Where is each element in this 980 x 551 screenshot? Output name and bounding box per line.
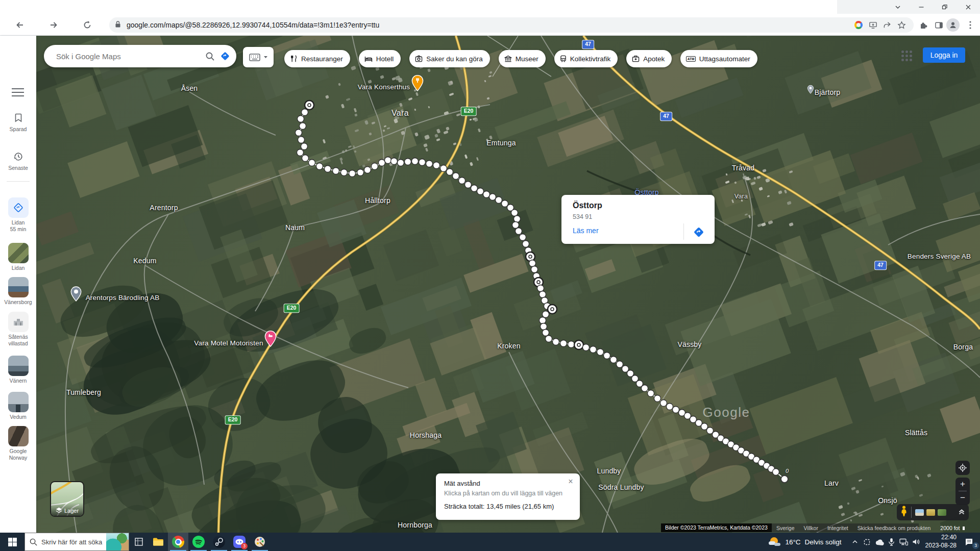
refresh-button[interactable] <box>80 17 95 33</box>
imagery-thumb-green[interactable] <box>938 509 946 516</box>
imagery-credit: Bilder ©2023 TerraMetrics, Kartdata ©202… <box>661 523 772 532</box>
sidebar-item-v-nersborg[interactable]: Vänersborg <box>0 277 36 306</box>
place-card: Östtorp 534 91 Läs mer <box>561 195 715 244</box>
notifications-button[interactable]: 3 <box>960 533 978 551</box>
google-logo-icon[interactable] <box>851 18 866 32</box>
minimize-button[interactable] <box>910 0 933 14</box>
chip-hotell[interactable]: Hotell <box>359 50 401 67</box>
file-explorer-icon[interactable] <box>149 533 168 551</box>
place-photo <box>8 426 29 446</box>
directions-icon[interactable] <box>218 49 232 63</box>
pegman-icon[interactable] <box>900 506 908 519</box>
zoom-out-button[interactable]: − <box>955 491 970 505</box>
maps-search-card <box>44 45 236 67</box>
attribution-link-integritet[interactable]: Integritet <box>827 525 848 531</box>
window-controls <box>837 0 980 14</box>
steam-icon[interactable] <box>209 533 229 551</box>
task-view-button[interactable] <box>129 533 149 551</box>
map-canvas[interactable]: ÅsenVara KonserthusVaraEmtungaBjärtorpTr… <box>36 36 980 533</box>
taskbar-search[interactable]: Skriv här för att söka <box>24 533 129 551</box>
layers-control[interactable]: Lager <box>50 481 84 517</box>
spotify-icon[interactable] <box>188 533 209 551</box>
back-button[interactable] <box>12 17 28 33</box>
bookmark-star-icon[interactable] <box>894 18 909 32</box>
tray-snip-icon[interactable] <box>861 533 873 551</box>
close-icon[interactable]: × <box>566 477 576 487</box>
chip-label: Kollektivtrafik <box>570 55 611 63</box>
imagery-thumb-sky[interactable] <box>915 509 924 516</box>
search-input[interactable] <box>55 52 203 61</box>
restore-button[interactable] <box>933 0 957 14</box>
weather-icon <box>769 536 781 548</box>
sidebar-item-vedum[interactable]: Vedum <box>0 392 36 420</box>
url-bar[interactable]: google.com/maps/@58.2286926,12.9930744,1… <box>109 17 914 33</box>
sidebar-item-sparad[interactable]: Sparad <box>0 111 36 133</box>
tray-microphone-icon[interactable] <box>886 533 898 551</box>
keyboard-button[interactable] <box>243 47 274 67</box>
sidebar-item-lidan[interactable]: Lidan <box>0 243 36 271</box>
install-app-icon[interactable] <box>866 18 880 32</box>
collapse-chevrons-icon[interactable] <box>958 508 965 517</box>
discord-icon[interactable]: 3 <box>229 533 250 551</box>
login-button[interactable]: Logga in <box>923 47 965 63</box>
attribution-link-skicka-feedback-om-produkten[interactable]: Skicka feedback om produkten <box>857 525 931 531</box>
sidebar-item-v-nern[interactable]: Vänern <box>0 356 36 384</box>
bookmark-icon <box>0 111 36 124</box>
tray-network-icon[interactable] <box>898 533 910 551</box>
extensions-icon[interactable] <box>916 17 931 33</box>
my-location-button[interactable] <box>955 461 970 475</box>
forward-button[interactable] <box>46 17 61 33</box>
measure-title: Mät avstånd <box>444 480 572 487</box>
place-photo <box>8 356 29 376</box>
taskbar-weather[interactable]: 16°C Delvis soligt <box>769 536 841 548</box>
card-directions-icon[interactable] <box>692 226 705 241</box>
weather-temp: 16°C <box>785 538 800 546</box>
chip-uttagsautomater[interactable]: ATMUttagsautomater <box>680 50 757 67</box>
chip-restauranger[interactable]: Restauranger <box>284 50 350 67</box>
chip-label: Museer <box>516 55 538 63</box>
history-icon <box>0 150 36 163</box>
chip-label: Hotell <box>376 55 394 63</box>
tab-search-chevron-icon[interactable] <box>886 0 910 14</box>
read-more-link[interactable]: Läs mer <box>573 227 599 235</box>
chip-label: Saker du kan göra <box>426 55 482 63</box>
chip-apotek[interactable]: Apotek <box>626 50 672 67</box>
start-button[interactable] <box>0 533 24 551</box>
sidebar-item-senaste[interactable]: Senaste <box>0 150 36 171</box>
chrome-icon[interactable] <box>168 533 188 551</box>
sidebar-item-lidan-55-min[interactable]: Lidan55 min <box>0 197 36 233</box>
place-photo <box>8 277 29 297</box>
browser-menu-icon[interactable] <box>963 17 978 33</box>
browser-tabstrip <box>0 0 980 14</box>
zoom-in-button[interactable]: + <box>955 478 970 491</box>
google-apps-grid-icon[interactable] <box>900 49 914 63</box>
profile-avatar[interactable] <box>946 18 960 32</box>
paint-icon[interactable] <box>250 533 270 551</box>
search-highlight-image <box>106 533 129 550</box>
sidebar-item-s-ten-s-villastad[interactable]: Såtenäs villastad <box>0 312 36 347</box>
attribution-link-villkor[interactable]: Villkor <box>804 525 818 531</box>
divider <box>7 181 30 182</box>
chip-museer[interactable]: Museer <box>499 50 546 67</box>
measured-path <box>36 36 980 533</box>
tray-volume-icon[interactable] <box>910 533 922 551</box>
tray-chevron-icon[interactable] <box>849 533 861 551</box>
streetview-bar <box>897 504 969 520</box>
sidebar-item-google-norway[interactable]: Google Norway <box>0 426 36 461</box>
place-photo <box>8 312 29 332</box>
side-panel-icon[interactable] <box>931 17 946 33</box>
chip-saker-du-kan-g-ra[interactable]: Saker du kan göra <box>409 50 489 67</box>
share-icon[interactable] <box>880 18 894 32</box>
imagery-thumb-field[interactable] <box>926 509 935 516</box>
keyboard-icon <box>249 54 260 61</box>
chip-kollektivtrafik[interactable]: Kollektivtrafik <box>554 50 618 67</box>
tray-onedrive-icon[interactable] <box>873 533 886 551</box>
taskbar-clock[interactable]: 22:40 2023-08-28 <box>925 534 957 549</box>
menu-hamburger-icon[interactable] <box>12 88 24 97</box>
attribution-link-sverige[interactable]: Sverige <box>776 525 795 531</box>
pharmacy-icon <box>632 55 640 62</box>
route-directions-icon <box>8 197 29 218</box>
close-button[interactable] <box>957 0 980 14</box>
search-icon[interactable] <box>203 49 217 63</box>
sidebar-item-label: Google Norway <box>0 448 36 461</box>
